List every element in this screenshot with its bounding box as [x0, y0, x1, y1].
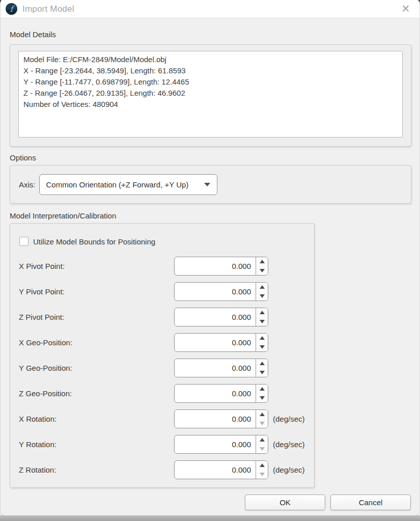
field-label: Y Geo-Position:	[19, 359, 72, 377]
close-icon[interactable]: ×	[397, 2, 414, 17]
cancel-button[interactable]: Cancel	[330, 495, 411, 510]
calibration-groupbox: Utilize Model Bounds for Positioning X P…	[10, 223, 315, 488]
utilize-bounds-checkbox[interactable]	[19, 237, 29, 246]
spin-down-icon[interactable]	[256, 266, 268, 276]
field-label: Z Geo-Position:	[19, 384, 72, 403]
field-label: Z Pivot Point:	[19, 308, 64, 326]
options-section-label: Options	[10, 153, 36, 162]
field-row-x-pivot: X Pivot Point: 0.000	[10, 257, 314, 276]
spinner-buttons	[256, 283, 268, 300]
spin-up-icon[interactable]	[256, 461, 268, 470]
model-details-textarea[interactable]: Model File: E:/CFM-2849/Model/Model.obj …	[18, 51, 403, 138]
y-pivot-spinbox[interactable]: 0.000	[174, 282, 268, 301]
model-details-groupbox: Model File: E:/CFM-2849/Model/Model.obj …	[10, 44, 411, 147]
axis-row: Axis: Common Orientation (+Z Forward, +Y…	[10, 166, 411, 203]
field-label: X Pivot Point:	[19, 257, 65, 276]
field-label: X Geo-Position:	[19, 333, 72, 352]
spinner-buttons	[256, 461, 268, 479]
field-row-z-rotation: Z Rotation: 0.000 (deg/sec)	[10, 460, 314, 479]
import-model-dialog: f Import Model × Model Details Model Fil…	[0, 0, 420, 516]
title-bar: f Import Model ×	[1, 0, 419, 18]
z-pivot-spinbox[interactable]: 0.000	[174, 308, 268, 326]
z-rotation-spinbox[interactable]: 0.000	[174, 460, 268, 479]
spinbox-value: 0.000	[175, 308, 256, 326]
x-pivot-spinbox[interactable]: 0.000	[174, 257, 268, 276]
spinner-buttons	[256, 257, 268, 275]
spin-down-icon[interactable]	[256, 419, 268, 428]
field-row-x-geo: X Geo-Position: 0.000	[10, 333, 314, 352]
x-range-line: X - Range [-23.2644, 38.5949], Length: 6…	[23, 65, 398, 76]
field-row-y-geo: Y Geo-Position: 0.000	[10, 359, 314, 377]
spinner-buttons	[256, 359, 268, 377]
model-file-line: Model File: E:/CFM-2849/Model/Model.obj	[23, 54, 398, 65]
spin-up-icon[interactable]	[256, 359, 268, 368]
x-rotation-spinbox[interactable]: 0.000	[174, 409, 268, 428]
z-geo-spinbox[interactable]: 0.000	[174, 384, 268, 403]
z-range-line: Z - Range [-26.0467, 20.9135], Length: 4…	[23, 88, 398, 99]
x-geo-spinbox[interactable]: 0.000	[174, 333, 268, 352]
axis-dropdown[interactable]: Common Orientation (+Z Forward, +Y Up)	[39, 174, 217, 195]
background-window-strip	[0, 515, 420, 521]
field-row-y-pivot: Y Pivot Point: 0.000	[10, 282, 314, 301]
field-label: Z Rotation:	[19, 460, 56, 479]
spinbox-value: 0.000	[175, 359, 256, 377]
spin-up-icon[interactable]	[256, 308, 268, 317]
spin-up-icon[interactable]	[256, 435, 268, 445]
options-groupbox: Axis: Common Orientation (+Z Forward, +Y…	[10, 165, 411, 204]
utilize-bounds-row: Utilize Model Bounds for Positioning	[19, 237, 155, 246]
axis-label: Axis:	[19, 180, 36, 189]
field-label: X Rotation:	[19, 409, 57, 428]
spinner-buttons	[256, 410, 268, 428]
spinner-buttons	[256, 385, 268, 402]
field-row-z-geo: Z Geo-Position: 0.000	[10, 384, 314, 403]
spin-up-icon[interactable]	[256, 385, 268, 394]
units-label: (deg/sec)	[273, 435, 305, 454]
field-label: Y Rotation:	[19, 435, 57, 454]
model-details-section-label: Model Details	[10, 30, 56, 39]
vertex-count-line: Number of Vertices: 480904	[23, 99, 398, 110]
axis-dropdown-value: Common Orientation (+Z Forward, +Y Up)	[46, 180, 200, 189]
spinbox-value: 0.000	[175, 283, 256, 300]
spinner-buttons	[256, 308, 268, 326]
calibration-section-label: Model Interpretation/Calibration	[10, 211, 116, 220]
spin-down-icon[interactable]	[256, 292, 268, 301]
spinbox-value: 0.000	[175, 461, 256, 479]
y-range-line: Y - Range [-11.7477, 0.698799], Length: …	[23, 76, 398, 88]
spin-down-icon[interactable]	[256, 368, 268, 377]
spin-up-icon[interactable]	[256, 283, 268, 292]
spin-down-icon[interactable]	[256, 394, 268, 403]
utilize-bounds-label: Utilize Model Bounds for Positioning	[33, 237, 155, 246]
spin-up-icon[interactable]	[256, 410, 268, 419]
dialog-title: Import Model	[22, 4, 74, 14]
field-row-x-rotation: X Rotation: 0.000 (deg/sec)	[10, 409, 314, 428]
chevron-down-icon	[204, 183, 210, 186]
spin-down-icon[interactable]	[256, 445, 268, 454]
units-label: (deg/sec)	[273, 460, 305, 479]
spin-down-icon[interactable]	[256, 343, 268, 352]
field-label: Y Pivot Point:	[19, 282, 65, 301]
app-logo-icon: f	[6, 3, 17, 15]
spinner-buttons	[256, 435, 268, 453]
spin-up-icon[interactable]	[256, 334, 268, 343]
ok-button[interactable]: OK	[245, 495, 325, 510]
spin-down-icon[interactable]	[256, 317, 268, 326]
spin-down-icon[interactable]	[256, 470, 268, 479]
spinbox-value: 0.000	[175, 435, 256, 453]
spinbox-value: 0.000	[175, 410, 256, 428]
spin-up-icon[interactable]	[256, 257, 268, 266]
y-geo-spinbox[interactable]: 0.000	[174, 359, 268, 377]
spinbox-value: 0.000	[175, 334, 256, 351]
spinbox-value: 0.000	[175, 385, 256, 402]
units-label: (deg/sec)	[273, 409, 305, 428]
screen: f Import Model × Model Details Model Fil…	[0, 0, 420, 521]
field-row-z-pivot: Z Pivot Point: 0.000	[10, 308, 314, 326]
y-rotation-spinbox[interactable]: 0.000	[174, 435, 268, 454]
field-row-y-rotation: Y Rotation: 0.000 (deg/sec)	[10, 435, 314, 454]
spinbox-value: 0.000	[175, 257, 256, 275]
spinner-buttons	[256, 334, 268, 351]
